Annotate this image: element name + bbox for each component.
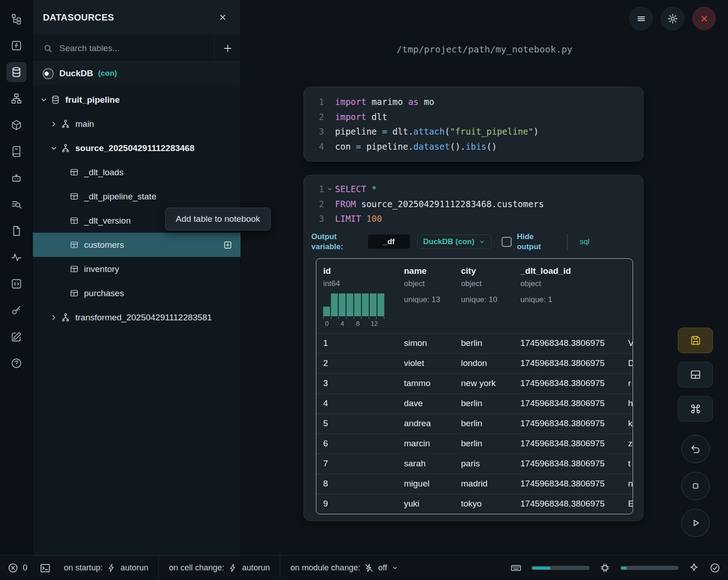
table-cell: 3	[316, 374, 397, 393]
engine-label: DuckDB (con)	[423, 237, 474, 246]
table-cell: simon	[397, 334, 454, 353]
engine-select[interactable]: DuckDB (con)	[417, 235, 492, 249]
tree-item-customers[interactable]: customers	[33, 233, 241, 257]
tree-item-inventory[interactable]: inventory	[33, 257, 241, 281]
table-row[interactable]: 7sarahparis1745968348.3806975t	[316, 454, 633, 474]
rail-compose-icon[interactable]	[6, 327, 26, 347]
rail-file-tree-icon[interactable]	[6, 9, 26, 29]
rail-key-icon[interactable]	[6, 300, 26, 320]
search-input[interactable]	[59, 43, 214, 53]
rail-help-icon[interactable]	[6, 353, 26, 373]
stop-button[interactable]	[681, 472, 710, 500]
table-cell: 7	[316, 454, 397, 474]
table-cell: yuki	[397, 494, 454, 514]
cell-language-badge: sql	[580, 237, 590, 246]
tree-item-purchases[interactable]: purchases	[33, 281, 241, 305]
table-cell: 1745968348.3806975	[513, 334, 621, 353]
rail-function-icon[interactable]	[6, 36, 26, 56]
rail-hierarchy-icon[interactable]	[6, 89, 26, 109]
datasource-tree: fruit_pipelinemainsource_202504291112283…	[33, 85, 241, 555]
table-cell: tammo	[397, 374, 454, 393]
connection-duckdb[interactable]: DuckDB (con)	[33, 62, 241, 85]
output-variable-input[interactable]	[368, 235, 410, 249]
tree-item-main[interactable]: main	[33, 112, 241, 136]
table-row[interactable]: 3tammonew york1745968348.3806975r	[316, 373, 633, 393]
layout-button[interactable]	[678, 362, 713, 387]
bolt-icon	[107, 563, 116, 573]
table-cell: violet	[397, 354, 454, 373]
notebook-path: /tmp/project/path/my_notebook.py	[241, 44, 728, 55]
code-line: 3LIMIT 100	[304, 211, 643, 226]
table-cell: E	[621, 494, 633, 514]
table-cell: n	[621, 474, 633, 494]
table-cell: berlin	[454, 394, 513, 413]
rail-database-icon[interactable]	[6, 62, 26, 82]
on-startup-setting[interactable]: on startup: autorun	[64, 563, 148, 573]
on-cell-change-setting[interactable]: on cell change: autorun	[169, 563, 270, 573]
rail-document-icon[interactable]	[6, 221, 26, 241]
icon-rail	[0, 0, 33, 555]
table-row[interactable]: 6marcinberlin1745968348.3806975z	[316, 434, 633, 454]
notebook-actions	[678, 328, 713, 537]
rail-activity-icon[interactable]	[6, 247, 26, 267]
keyboard-icon[interactable]	[510, 562, 522, 574]
stop-icon	[690, 480, 702, 492]
table-row[interactable]: 5andreaberlin1745968348.3806975k	[316, 413, 633, 434]
terminal-button[interactable]	[39, 562, 51, 574]
code-line: 2FROM source_202504291112283468.customer…	[304, 197, 643, 212]
table-cell: t	[621, 454, 633, 474]
table-row[interactable]: 1simonberlin1745968348.3806975V	[316, 333, 633, 353]
close-panel-button[interactable]	[218, 12, 228, 22]
tree-item-transformed_202504291112283581[interactable]: transformed_202504291112283581	[33, 305, 241, 329]
rail-search-list-icon[interactable]	[6, 194, 26, 214]
table-row[interactable]: 9yukitokyo1745968348.3806975E	[316, 494, 633, 514]
rail-book-icon[interactable]	[6, 141, 26, 162]
command-palette-button[interactable]	[678, 396, 713, 422]
setting-label: on module change:	[290, 563, 360, 573]
sparkle-icon[interactable]	[688, 562, 700, 574]
sql-code-editor[interactable]: 1SELECT *2FROM source_202504291112283468…	[304, 182, 643, 226]
save-button[interactable]	[678, 328, 713, 353]
table-row[interactable]: 2violetlondon1745968348.3806975D	[316, 353, 633, 373]
command-icon	[690, 403, 702, 415]
table-cell: miguel	[397, 474, 454, 494]
chip-icon[interactable]	[599, 562, 611, 574]
tree-item-label: inventory	[84, 264, 119, 274]
add-connection-button[interactable]	[215, 35, 241, 62]
on-module-change-setting[interactable]: on module change: off	[290, 563, 399, 573]
tree-item-label: transformed_202504291112283581	[75, 313, 212, 323]
run-button[interactable]	[681, 509, 710, 537]
tree-item-_dlt_loads[interactable]: _dlt_loads	[33, 160, 241, 184]
sql-cell[interactable]: 1SELECT *2FROM source_202504291112283468…	[304, 175, 644, 521]
code-line: 3pipeline = dlt.attach("fruit_pipeline")	[304, 124, 643, 139]
rail-cube-icon[interactable]	[6, 115, 26, 135]
shutdown-button[interactable]	[692, 7, 716, 30]
undo-button[interactable]	[681, 435, 710, 463]
python-code-editor[interactable]: 1import marimo as mo2import dlt3pipeline…	[304, 94, 643, 154]
menu-button[interactable]	[629, 7, 653, 30]
table-cell: 1745968348.3806975	[513, 474, 621, 494]
tree-item-fruit_pipeline[interactable]: fruit_pipeline	[33, 88, 241, 112]
rail-code-icon[interactable]	[6, 274, 26, 294]
resource-slider[interactable]	[620, 566, 679, 570]
settings-button[interactable]	[661, 7, 684, 30]
table-cell: sarah	[397, 454, 454, 474]
error-indicator[interactable]: 0	[7, 562, 27, 574]
table-row[interactable]: 4daveberlin1745968348.3806975h	[316, 393, 633, 413]
tree-item-label: _dlt_pipeline_state	[84, 192, 156, 202]
keymap-slider[interactable]	[531, 566, 590, 570]
table-cell: 1745968348.3806975	[513, 354, 621, 373]
tree-item-label: customers	[84, 240, 124, 250]
table-cell: 1745968348.3806975	[513, 414, 621, 434]
tree-item-_dlt_pipeline_state[interactable]: _dlt_pipeline_state	[33, 184, 241, 209]
check-circle-icon[interactable]	[709, 562, 721, 574]
tree-item-source_202504291112283468[interactable]: source_202504291112283468	[33, 136, 241, 160]
python-cell[interactable]: 1import marimo as mo2import dlt3pipeline…	[304, 87, 644, 162]
gear-icon	[667, 13, 678, 24]
rail-robot-icon[interactable]	[6, 168, 26, 188]
table-cell: paris	[454, 454, 513, 474]
hide-output-checkbox[interactable]	[502, 237, 512, 247]
table-row[interactable]: 8miguelmadrid1745968348.3806975n	[316, 474, 633, 494]
tree-item-label: _dlt_version	[84, 216, 131, 226]
panel-header: DATASOURCES	[33, 0, 241, 35]
